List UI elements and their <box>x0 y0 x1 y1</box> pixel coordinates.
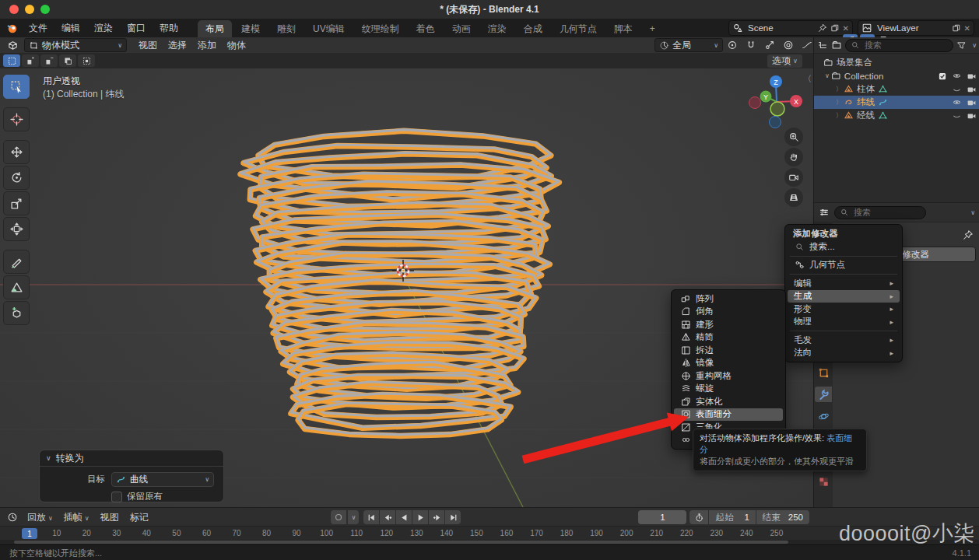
play-icon[interactable] <box>412 510 428 524</box>
timeline-ruler[interactable]: 1020304050607080901001101201301401501601… <box>0 526 979 541</box>
tab-着色[interactable]: 着色 <box>409 20 443 39</box>
menu-item-geometry-nodes[interactable]: 几何节点 <box>788 259 900 272</box>
submenu-item-倒角[interactable]: 倒角 <box>674 306 783 319</box>
viewport-menu-2[interactable]: 添加 <box>192 37 222 54</box>
camera-view-icon[interactable] <box>784 168 803 187</box>
record-icon[interactable] <box>331 510 346 524</box>
viewlayer-name[interactable]: ViewLayer <box>877 23 947 33</box>
close-icon[interactable]: ✕ <box>964 24 970 33</box>
outliner-row-柱体[interactable]: 〉柱体 <box>814 82 979 96</box>
submenu-item-镜像[interactable]: 镜像 <box>674 357 783 370</box>
add-cube-tool[interactable] <box>3 301 30 325</box>
orientation-dropdown[interactable]: 全局 ∨ <box>654 38 723 52</box>
playhead[interactable]: 1 <box>22 528 37 539</box>
tab-雕刻[interactable]: 雕刻 <box>269 20 304 39</box>
physics-icon[interactable] <box>815 408 832 424</box>
menu-item-形变[interactable]: 形变▸ <box>788 303 900 316</box>
scale-tool[interactable] <box>3 191 30 215</box>
properties-context-dropdown[interactable] <box>819 207 830 218</box>
start-frame-field[interactable]: 起始 1 <box>709 510 755 524</box>
outliner-row-scene-collection[interactable]: 场景集合 <box>814 56 979 69</box>
submenu-item-拆边[interactable]: 拆边 <box>674 344 783 357</box>
annotate-tool[interactable] <box>3 250 30 274</box>
target-dropdown[interactable]: 曲线 ∨ <box>111 472 214 487</box>
submenu-item-重构网格[interactable]: 重构网格 <box>674 369 783 383</box>
texture-icon[interactable] <box>815 474 832 489</box>
viewlayer-icon[interactable] <box>861 23 872 33</box>
tab-UV编辑[interactable]: UV编辑 <box>305 20 353 39</box>
viewport-menu-0[interactable]: 视图 <box>133 37 163 54</box>
stopwatch-icon[interactable] <box>690 510 708 524</box>
properties-search[interactable] <box>834 206 926 219</box>
end-frame-field[interactable]: 结束 250 <box>756 510 809 524</box>
convert-operator-panel[interactable]: ∨ 转换为 目标 曲线 ∨ 保留原有 <box>39 450 224 502</box>
submenu-item-阵列[interactable]: 阵列 <box>674 292 783 306</box>
rotate-tool[interactable] <box>3 166 30 190</box>
copy-icon[interactable] <box>830 23 840 33</box>
zoom-icon[interactable] <box>784 128 803 146</box>
outliner-row-纬线[interactable]: 〉纬线 <box>814 96 979 109</box>
outliner-search-input[interactable] <box>863 40 948 51</box>
menu-item-编辑[interactable]: 编辑▸ <box>788 277 900 290</box>
measure-tool[interactable] <box>3 275 30 299</box>
outliner-row-collection[interactable]: ∨Collection <box>814 69 979 82</box>
scrollbar-handle[interactable] <box>14 541 788 544</box>
snap-magnet-toggle[interactable] <box>742 39 760 51</box>
filter-funnel-icon[interactable] <box>956 40 967 51</box>
sidebar-collapse-arrow[interactable]: 〈 <box>803 73 812 85</box>
close-window-button[interactable] <box>9 5 19 14</box>
pan-hand-icon[interactable] <box>784 148 803 166</box>
tab-建模[interactable]: 建模 <box>233 20 268 39</box>
timeline-menu-0[interactable]: 回放∨ <box>22 509 58 526</box>
submenu-item-表面细分[interactable]: 表面细分 <box>674 408 783 422</box>
mode-dropdown[interactable]: 物体模式 ∨ <box>24 38 127 52</box>
tab-纹理绘制[interactable]: 纹理绘制 <box>354 20 407 39</box>
maximize-window-button[interactable] <box>40 5 50 14</box>
menu-item-毛发[interactable]: 毛发▸ <box>788 334 900 347</box>
copy-icon[interactable] <box>952 23 961 33</box>
next-keyframe-icon[interactable] <box>429 510 444 524</box>
move-tool[interactable] <box>3 140 30 164</box>
tab-几何节点[interactable]: 几何节点 <box>552 20 605 39</box>
menu-1[interactable]: 编辑 <box>54 19 87 37</box>
cursor-tool[interactable] <box>3 107 30 131</box>
menu-3[interactable]: 窗口 <box>120 19 153 37</box>
select-subtract-icon[interactable] <box>40 54 58 67</box>
proportional-edit-toggle[interactable] <box>779 39 798 51</box>
menu-0[interactable]: 文件 <box>22 19 54 37</box>
scene-name[interactable]: Scene <box>748 23 813 33</box>
modifier-wrench-icon[interactable] <box>815 387 832 402</box>
options-button[interactable]: 选项∨ <box>767 54 802 68</box>
timeline-menu-1[interactable]: 插帧∨ <box>58 509 95 526</box>
select-invert-icon[interactable] <box>59 54 76 67</box>
outliner-row-经线[interactable]: 〉经线 <box>814 109 979 122</box>
play-reverse-icon[interactable] <box>396 510 412 524</box>
menu-2[interactable]: 渲染 <box>87 19 120 37</box>
keep-original-checkbox[interactable] <box>111 492 122 502</box>
outliner-filter-collection-dropdown[interactable] <box>831 40 842 51</box>
tab-合成[interactable]: 合成 <box>516 20 550 39</box>
convert-panel-header[interactable]: ∨ 转换为 <box>40 450 223 467</box>
submenu-item-螺旋[interactable]: 螺旋 <box>674 383 783 396</box>
select-extend-icon[interactable] <box>22 54 39 67</box>
transform-tool[interactable] <box>3 217 30 241</box>
ortho-grid-icon[interactable] <box>784 188 803 207</box>
tab-渲染[interactable]: 渲染 <box>480 20 514 39</box>
timeline-menu-2[interactable]: 视图 <box>95 509 125 526</box>
viewport-menu-1[interactable]: 选择 <box>163 37 192 54</box>
tab-+[interactable]: + <box>642 21 663 37</box>
select-box-tool[interactable] <box>3 75 30 99</box>
select-set-icon[interactable] <box>3 54 20 67</box>
timeline-menu-3[interactable]: 标记 <box>125 509 154 526</box>
pivot-dropdown[interactable] <box>723 39 742 51</box>
menu-4[interactable]: 帮助 <box>153 19 185 37</box>
jump-start-icon[interactable] <box>363 510 379 524</box>
current-frame-field[interactable]: 1 <box>638 510 686 524</box>
submenu-item-建形[interactable]: 建形 <box>674 318 783 331</box>
menu-item-生成[interactable]: 生成▸ <box>788 290 900 303</box>
menu-item-search[interactable]: 搜索... <box>788 240 900 254</box>
menu-item-物理[interactable]: 物理▸ <box>788 316 900 329</box>
outliner-search[interactable] <box>845 39 953 52</box>
auto-key-dropdown[interactable]: ∨ <box>348 510 359 524</box>
minimize-window-button[interactable] <box>25 5 34 14</box>
